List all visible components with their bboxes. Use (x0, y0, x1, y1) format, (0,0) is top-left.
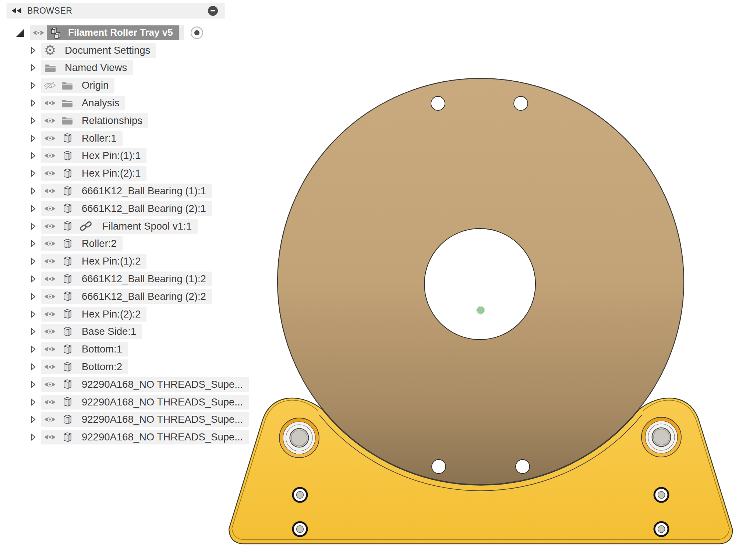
tree-item-labelgroup[interactable]: Hex Pin:(1):1 (58, 148, 141, 163)
tree-item-labelgroup[interactable]: 92290A168_NO THREADS_Supe... (58, 412, 243, 427)
visibility-eye-icon[interactable] (44, 380, 56, 389)
tree-item-labelgroup[interactable]: Relationships (58, 113, 142, 128)
tree-item-label[interactable]: Relationships (82, 115, 142, 127)
tree-row[interactable]: 92290A168_NO THREADS_Supe... (0, 376, 236, 393)
visibility-eye-icon[interactable] (44, 310, 56, 318)
tree-row[interactable]: 6661K12_Ball Bearing (2):2 (0, 288, 236, 305)
tree-row[interactable]: Bottom:1 (0, 340, 236, 358)
tree-row-strip[interactable]: ⚙ Document Settings (41, 43, 156, 58)
visibility-eye-icon[interactable] (44, 275, 56, 283)
tree-row[interactable]: Hex Pin:(2):2 (0, 305, 236, 323)
tree-item-label[interactable]: 92290A168_NO THREADS_Supe... (82, 431, 243, 443)
spool-mounting-hole[interactable] (516, 460, 530, 474)
tree-item-labelgroup[interactable]: Hex Pin:(2):2 (58, 307, 141, 322)
expand-arrow-expanded-icon[interactable] (16, 29, 24, 37)
tree-item-labelgroup[interactable]: 92290A168_NO THREADS_Supe... (58, 395, 243, 410)
tree-item-label[interactable]: Origin (82, 79, 109, 91)
tree-row[interactable]: Hex Pin:(1):2 (0, 252, 236, 270)
tree-item-labelgroup[interactable]: 6661K12_Ball Bearing (1):2 (58, 272, 206, 286)
tree-item-label[interactable]: Hex Pin:(2):2 (82, 308, 141, 320)
tree-item-labelgroup[interactable]: Roller:1 (58, 131, 117, 146)
expand-arrow-collapsed-icon[interactable] (30, 380, 36, 389)
expand-arrow-collapsed-icon[interactable] (30, 222, 36, 230)
visibility-eye-icon[interactable] (44, 398, 56, 406)
tree-item-label[interactable]: Bottom:1 (82, 343, 122, 355)
tree-item-label[interactable]: Filament Spool v1:1 (102, 220, 192, 232)
tree-item-labelgroup[interactable]: 6661K12_Ball Bearing (2):2 (58, 289, 206, 304)
expand-arrow-collapsed-icon[interactable] (30, 169, 36, 177)
tree-item-label[interactable]: Hex Pin:(1):2 (82, 255, 141, 267)
tree-row[interactable]: Named Views (0, 59, 236, 77)
visibility-eye-icon[interactable] (44, 187, 56, 195)
tree-item-labelgroup[interactable]: Roller:2 (58, 236, 117, 251)
tree-row-strip[interactable]: 6661K12_Ball Bearing (2):2 (41, 289, 212, 304)
tree-row[interactable]: 92290A168_NO THREADS_Supe... (0, 411, 236, 429)
expand-arrow-collapsed-icon[interactable] (30, 187, 36, 195)
spool-center-hole[interactable] (424, 228, 535, 340)
expand-arrow-collapsed-icon[interactable] (30, 205, 36, 213)
tree-row[interactable]: Roller:1 (0, 130, 236, 147)
tree-row-strip[interactable]: Roller:1 (41, 131, 123, 146)
tree-row-strip[interactable]: Filament Spool v1:1 (41, 219, 198, 234)
tree-row[interactable]: 6661K12_Ball Bearing (1):2 (0, 270, 236, 288)
expand-arrow-collapsed-icon[interactable] (30, 117, 36, 125)
expand-arrow-collapsed-icon[interactable] (30, 240, 36, 248)
visibility-eye-icon[interactable] (44, 240, 56, 248)
tree-row[interactable]: Filament Spool v1:1 (0, 217, 236, 235)
tree-row-strip[interactable]: Analysis (41, 96, 125, 110)
visibility-eye-off-icon[interactable] (44, 81, 56, 90)
visibility-eye-icon[interactable] (44, 293, 56, 301)
tree-item-label[interactable]: Hex Pin:(1):1 (82, 150, 141, 162)
tree-item-label[interactable]: Bottom:2 (82, 361, 122, 373)
expand-arrow-collapsed-icon[interactable] (30, 99, 36, 107)
spool-mounting-hole[interactable] (514, 96, 528, 110)
visibility-eye-icon[interactable] (44, 134, 56, 142)
expand-arrow-collapsed-icon[interactable] (30, 81, 36, 89)
tree-item-label[interactable]: Roller:1 (82, 132, 117, 144)
tree-item-labelgroup[interactable]: Filament Roller Tray v5 (47, 25, 179, 40)
tree-row-strip[interactable]: 92290A168_NO THREADS_Supe... (41, 377, 249, 392)
tree-row-strip[interactable]: Named Views (41, 60, 133, 75)
bearing-right[interactable] (641, 417, 681, 457)
tree-row-strip[interactable]: Relationships (41, 113, 148, 128)
tree-item-labelgroup[interactable]: 92290A168_NO THREADS_Supe... (58, 377, 243, 392)
tree-item-labelgroup[interactable]: Bottom:2 (58, 359, 122, 374)
tree-row[interactable]: Base Side:1 (0, 323, 236, 341)
bearing-left[interactable] (279, 418, 319, 458)
screw-hole[interactable] (654, 488, 668, 502)
tree-row-strip[interactable]: Hex Pin:(1):1 (41, 148, 146, 163)
expand-arrow-collapsed-icon[interactable] (30, 152, 36, 160)
tree-item-labelgroup[interactable]: Filament Spool v1:1 (58, 219, 192, 234)
visibility-eye-icon[interactable] (32, 29, 45, 37)
tree-row[interactable]: Roller:2 (0, 235, 236, 253)
tree-row[interactable]: 92290A168_NO THREADS_Supe... (0, 393, 236, 411)
tree-row-strip[interactable]: Hex Pin:(2):2 (41, 307, 146, 322)
tree-item-label[interactable]: Analysis (82, 97, 119, 109)
screw-hole[interactable] (293, 488, 307, 502)
collapse-panel-icon[interactable] (12, 8, 21, 14)
tree-item-label[interactable]: 6661K12_Ball Bearing (2):2 (82, 291, 206, 302)
tree-item-labelgroup[interactable]: Origin (58, 78, 109, 93)
tree-row[interactable]: Hex Pin:(2):1 (0, 164, 236, 182)
expand-arrow-collapsed-icon[interactable] (30, 327, 36, 336)
tree-item-label[interactable]: 6661K12_Ball Bearing (2):1 (82, 203, 206, 215)
origin-point-marker[interactable] (476, 306, 485, 315)
tree-row[interactable]: Hex Pin:(1):1 (0, 147, 236, 165)
tree-row-strip[interactable]: 92290A168_NO THREADS_Supe... (41, 412, 249, 427)
tree-row-strip[interactable]: Bottom:1 (41, 342, 128, 357)
tree-row-strip[interactable]: Base Side:1 (41, 324, 142, 339)
tree-item-label[interactable]: 92290A168_NO THREADS_Supe... (82, 379, 243, 390)
activate-component-radio[interactable] (191, 26, 203, 39)
visibility-eye-icon[interactable] (44, 222, 56, 230)
tree-item-labelgroup[interactable]: 6661K12_Ball Bearing (1):1 (58, 184, 206, 198)
tree-item-label[interactable]: Document Settings (65, 45, 150, 56)
visibility-eye-icon[interactable] (44, 257, 56, 265)
expand-arrow-collapsed-icon[interactable] (30, 64, 36, 72)
screw-hole[interactable] (654, 522, 668, 536)
expand-arrow-collapsed-icon[interactable] (30, 293, 36, 301)
tree-row[interactable]: Analysis (0, 94, 236, 112)
expand-arrow-collapsed-icon[interactable] (30, 363, 36, 371)
tree-item-labelgroup[interactable]: 92290A168_NO THREADS_Supe... (58, 430, 243, 444)
visibility-eye-icon[interactable] (44, 152, 56, 160)
visibility-eye-icon[interactable] (44, 433, 56, 441)
